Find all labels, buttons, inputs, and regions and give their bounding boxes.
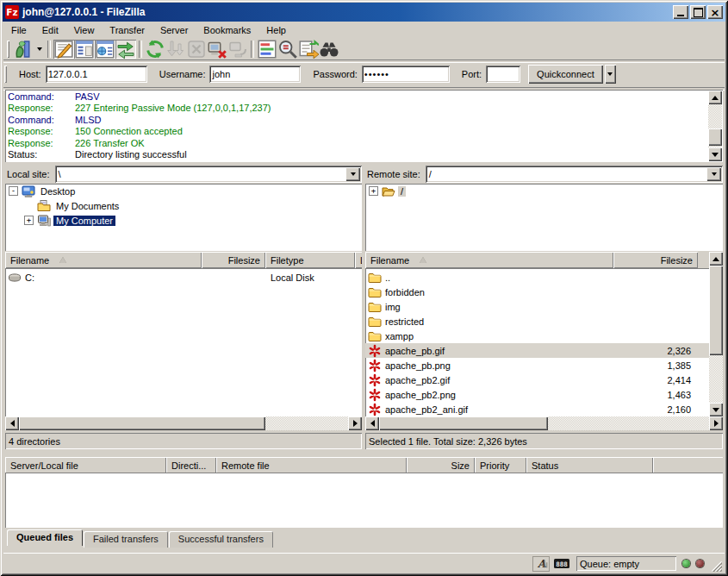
toggle-remote-tree-icon[interactable] [95,40,115,59]
tab-failed-transfers[interactable]: Failed transfers [84,531,168,548]
column-header-filetype[interactable]: Filetype [265,252,355,268]
tree-item-my-documents[interactable]: My Documents [5,198,362,213]
filename-cell: apache_pb2.png [365,387,613,402]
file-row[interactable]: xampp [365,329,709,343]
column-header-status[interactable]: Status [526,457,653,473]
menu-view[interactable]: View [66,23,103,37]
scroll-thumb[interactable] [379,416,548,430]
file-row[interactable]: .. [365,270,709,285]
toggle-local-tree-icon[interactable] [74,40,95,59]
column-header-label: Priority [480,460,509,471]
chevron-down-icon[interactable] [345,167,360,181]
column-header-directi-[interactable]: Directi... [166,457,216,473]
collapse-icon[interactable]: - [9,186,18,196]
close-button[interactable]: × [707,5,723,19]
file-row[interactable]: forbidden [365,285,709,299]
site-manager-icon[interactable] [13,40,34,59]
file-row[interactable]: apache_pb.png1,385 [365,358,709,373]
tab-successful-transfers[interactable]: Successful transfers [169,531,273,548]
column-header-size[interactable]: Size [407,457,475,473]
column-header-remote-file[interactable]: Remote file [216,457,407,473]
tree-item-my-computer[interactable]: +My Computer [5,213,362,228]
column-header-filename[interactable]: Filename [5,252,202,268]
tree-item-desktop[interactable]: -Desktop [5,184,362,198]
scroll-thumb[interactable] [708,128,722,146]
tab-queued-files[interactable]: Queued files [7,529,83,546]
directory-filter-icon[interactable] [257,40,277,59]
scroll-down-button[interactable] [709,403,723,416]
scroll-down-button[interactable] [708,147,722,161]
transfer-queue-list[interactable] [5,473,723,528]
toggle-queue-icon[interactable] [115,40,136,59]
column-header-server-local-file[interactable]: Server/Local file [5,457,166,473]
cancel-operation-icon[interactable] [186,40,207,59]
column-header-filesize[interactable]: Filesize [202,252,265,268]
username-input[interactable] [209,66,301,83]
activity-led-green-icon [682,560,690,567]
local-site-combobox[interactable]: \ [55,166,362,183]
local-list-hscrollbar[interactable] [5,416,362,430]
menu-server[interactable]: Server [152,23,196,37]
refresh-icon[interactable] [145,40,165,59]
quickconnect-bar: Host: Username: Password: Port: Quickcon… [3,61,725,87]
scroll-thumb[interactable] [709,266,723,355]
column-header-priority[interactable]: Priority [475,457,526,473]
file-row[interactable]: apache_pb.gif2,326 [365,343,709,358]
site-manager-dropdown[interactable] [34,40,45,59]
remote-list-vscrollbar[interactable] [709,252,723,416]
scroll-up-button[interactable] [708,91,722,104]
menu-transfer[interactable]: Transfer [102,23,152,37]
file-row[interactable]: restricted [365,314,709,329]
scroll-thumb[interactable] [19,416,265,430]
transfer-type-indicator-icon[interactable]: A [532,556,550,572]
file-row[interactable]: img [365,299,709,314]
menu-file[interactable]: File [3,23,34,37]
column-header-filesize[interactable]: Filesize [613,252,698,268]
expand-icon[interactable]: + [369,186,378,196]
quickconnect-dropdown[interactable] [605,65,616,84]
port-input[interactable] [486,66,520,83]
menu-bookmarks[interactable]: Bookmarks [196,23,258,37]
chevron-down-icon[interactable] [706,167,721,181]
scroll-right-button[interactable] [709,416,723,430]
expand-icon[interactable]: + [24,216,34,225]
local-site-label: Local site: [7,169,50,179]
scroll-left-button[interactable] [365,416,379,430]
file-row[interactable]: apache_pb2.gif2,414 [365,373,709,387]
find-files-icon[interactable] [319,40,339,59]
scroll-right-button[interactable] [348,416,362,430]
file-row[interactable]: apache_pb2_ani.gif2,160 [365,402,709,416]
column-header-filename[interactable]: Filename [365,252,613,268]
resize-grip[interactable] [711,560,722,572]
quickconnect-button[interactable]: Quickconnect [528,65,603,84]
disconnect-icon[interactable] [207,40,227,59]
remote-site-combobox[interactable]: / [426,166,723,183]
minimize-button[interactable] [673,5,688,19]
menu-edit[interactable]: Edit [34,23,66,37]
toggle-message-log-icon[interactable] [53,40,74,59]
scroll-left-button[interactable] [5,416,19,430]
process-queue-icon[interactable] [165,40,186,59]
column-header-last-modified[interactable]: Last modified [355,252,362,268]
file-row[interactable]: apache_pb2.png1,463 [365,387,709,402]
password-input[interactable] [362,66,450,83]
titlebar[interactable]: Fz john@127.0.0.1 - FileZilla × [3,3,725,22]
log-scrollbar[interactable] [708,91,722,161]
remote-list-hscrollbar[interactable] [365,416,723,430]
host-input[interactable] [46,66,147,83]
quickconnect-gripper[interactable] [4,66,7,83]
column-header-spacer[interactable] [653,457,723,473]
directory-comparison-icon[interactable] [277,40,298,59]
log-line-label: Command: [8,91,75,103]
tree-item--[interactable]: +/ [365,184,723,198]
speed-limit-indicator-icon[interactable]: 888 [554,559,569,568]
reconnect-icon[interactable] [227,40,248,59]
file-row[interactable]: C:Local Disk [5,270,362,285]
toolbar-gripper[interactable] [7,41,9,58]
maximize-button[interactable] [690,5,706,19]
scroll-up-button[interactable] [709,252,723,266]
synchronized-browsing-icon[interactable] [298,40,319,59]
menu-help[interactable]: Help [258,23,294,37]
queue-tabs: Queued filesFailed transfersSuccessful t… [3,529,725,550]
filesize-cell: 1,385 [613,358,698,373]
